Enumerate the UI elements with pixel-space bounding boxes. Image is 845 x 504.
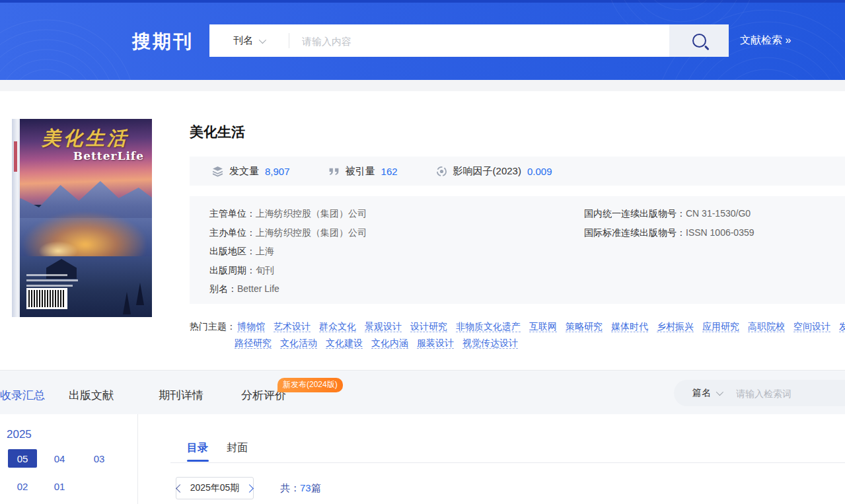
article-search-input[interactable] <box>735 380 845 408</box>
stat-label: 影响因子(2023) <box>453 165 521 178</box>
search-button[interactable] <box>669 24 729 57</box>
cover-tree-silhouette <box>136 283 144 305</box>
stat-publications: 发文量 8,907 <box>212 165 290 178</box>
topic-link[interactable]: 媒体时代 <box>611 321 648 332</box>
article-search-category-label: 篇名 <box>692 387 711 399</box>
issue-button-03[interactable]: 03 <box>85 449 114 468</box>
detail-value: 上海纺织控股（集团）公司 <box>256 208 367 219</box>
topic-link[interactable]: 互联网 <box>529 321 557 332</box>
cover-tree-silhouette <box>123 292 131 314</box>
article-count-suffix: 篇 <box>311 482 321 493</box>
detail-label: 出版地区： <box>209 246 256 256</box>
topic-link[interactable]: 群众文化 <box>319 321 356 332</box>
tab-journal-details[interactable]: 期刊详情 <box>159 388 203 403</box>
cover-title-en: BetterLife <box>73 149 144 162</box>
topic-link[interactable]: 应用研究 <box>702 321 739 332</box>
cover-meta-line <box>26 274 67 276</box>
next-issue-icon[interactable] <box>245 484 254 493</box>
detail-value: 上海 <box>256 246 274 256</box>
search-category-dropdown[interactable]: 刊名 <box>233 24 264 57</box>
top-header: 搜期刊 刊名 文献检索 » <box>0 0 845 80</box>
article-search-bar: 篇名 <box>674 380 845 406</box>
chevron-down-icon <box>716 388 723 396</box>
document-search-link[interactable]: 文献检索 » <box>740 34 791 48</box>
previous-issue-icon[interactable] <box>176 484 184 493</box>
article-count-prefix: 共： <box>280 482 300 493</box>
cover-meta-line <box>26 279 78 281</box>
detail-value: 旬刊 <box>256 265 274 275</box>
detail-label: 出版周期： <box>209 265 256 275</box>
site-brand[interactable]: 搜期刊 <box>132 29 194 54</box>
topic-link[interactable]: 发展趋势 <box>839 321 845 332</box>
current-issue-label[interactable]: 2025年05期 <box>190 482 240 494</box>
search-input[interactable] <box>301 24 660 58</box>
search-icon <box>692 34 706 48</box>
topic-link[interactable]: 视觉传达设计 <box>462 338 518 349</box>
stat-value[interactable]: 162 <box>381 166 398 177</box>
quote-icon <box>328 166 340 177</box>
detail-label: 主办单位： <box>209 227 256 238</box>
details-right-column: 国内统一连续出版物号：CN 31-1530/G0 国际标准连续出版物号：ISSN… <box>584 209 754 246</box>
cover-barcode <box>26 288 67 309</box>
detail-value: 上海纺织控股（集团）公司 <box>256 227 367 238</box>
sidebar-divider <box>137 414 138 504</box>
detail-row-frequency: 出版周期：旬刊 <box>209 266 367 275</box>
sidebar-year[interactable]: 2025 <box>7 428 32 441</box>
catalog-tab-underline <box>187 460 209 462</box>
stat-label: 发文量 <box>229 165 259 178</box>
journal-cover-image[interactable]: 美化生活 BetterLife <box>12 119 152 317</box>
stat-value[interactable]: 0.009 <box>527 166 552 177</box>
layers-icon <box>212 166 223 177</box>
journal-title: 美化生活 <box>190 123 245 141</box>
detail-value: ISSN 1006-0359 <box>686 227 754 238</box>
article-count: 共：73篇 <box>280 482 321 495</box>
article-count-number: 73 <box>300 482 311 493</box>
topic-link[interactable]: 文化活动 <box>280 338 317 349</box>
issue-button-01[interactable]: 01 <box>45 477 74 495</box>
cover-meta-line <box>26 285 73 287</box>
journal-detail-page: 搜期刊 刊名 文献检索 » 美化生活 BetterLife <box>0 0 845 504</box>
chevron-down-icon <box>259 36 266 43</box>
topic-link[interactable]: 设计研究 <box>410 321 447 332</box>
issue-button-04[interactable]: 04 <box>45 449 74 468</box>
detail-label: 主管单位： <box>209 208 256 219</box>
topic-link[interactable]: 艺术设计 <box>274 321 311 332</box>
impact-icon <box>436 166 447 177</box>
topic-link[interactable]: 文化内涵 <box>371 338 408 349</box>
tab-published-documents[interactable]: 出版文献 <box>69 388 114 403</box>
detail-label: 国际标准连续出版物号： <box>584 227 686 238</box>
stat-impact-factor: 影响因子(2023) 0.009 <box>436 165 552 178</box>
issue-button-02[interactable]: 02 <box>8 477 37 495</box>
header-bottom-strip <box>0 80 845 91</box>
topic-link[interactable]: 路径研究 <box>235 338 272 349</box>
issue-button-05[interactable]: 05 <box>8 449 37 468</box>
cover-spine-mark <box>14 141 17 172</box>
detail-row-cn-number: 国内统一连续出版物号：CN 31-1530/G0 <box>584 209 754 219</box>
topic-link[interactable]: 博物馆 <box>237 321 265 332</box>
detail-label: 国内统一连续出版物号： <box>584 208 686 219</box>
tab-catalog[interactable]: 目录 <box>187 441 208 455</box>
tab-collection-summary[interactable]: 收录汇总 <box>0 388 45 403</box>
topic-link[interactable]: 服装设计 <box>417 338 454 349</box>
topic-link[interactable]: 文化建设 <box>326 338 363 349</box>
section-tab-strip: 收录汇总 出版文献 期刊详情 分析评价 新发布(2024版) 篇名 <box>0 370 845 414</box>
hot-topics-label: 热门主题： <box>190 321 236 332</box>
details-left-column: 主管单位：上海纺织控股（集团）公司 主办单位：上海纺织控股（集团）公司 出版地区… <box>209 209 367 303</box>
journal-search-bar: 刊名 <box>209 24 669 57</box>
detail-value: CN 31-1530/G0 <box>686 208 751 219</box>
detail-label: 别名： <box>209 283 237 294</box>
stat-citations: 被引量 162 <box>328 165 398 178</box>
hot-topics-row1: 热门主题：博物馆艺术设计群众文化景观设计设计研究非物质文化遗产互联网策略研究媒体… <box>190 321 845 333</box>
topic-link[interactable]: 高职院校 <box>748 321 785 332</box>
topic-link[interactable]: 非物质文化遗产 <box>456 321 521 332</box>
topic-link[interactable]: 空间设计 <box>793 321 830 332</box>
search-divider <box>289 33 289 48</box>
detail-row-alias: 别名：Better Life <box>209 284 367 294</box>
search-category-label: 刊名 <box>233 34 253 47</box>
topic-link[interactable]: 策略研究 <box>566 321 603 332</box>
tab-cover[interactable]: 封面 <box>227 441 248 455</box>
topic-link[interactable]: 景观设计 <box>365 321 402 332</box>
article-search-category-dropdown[interactable]: 篇名 <box>692 380 721 406</box>
stat-value[interactable]: 8,907 <box>265 166 290 177</box>
topic-link[interactable]: 乡村振兴 <box>657 321 694 332</box>
